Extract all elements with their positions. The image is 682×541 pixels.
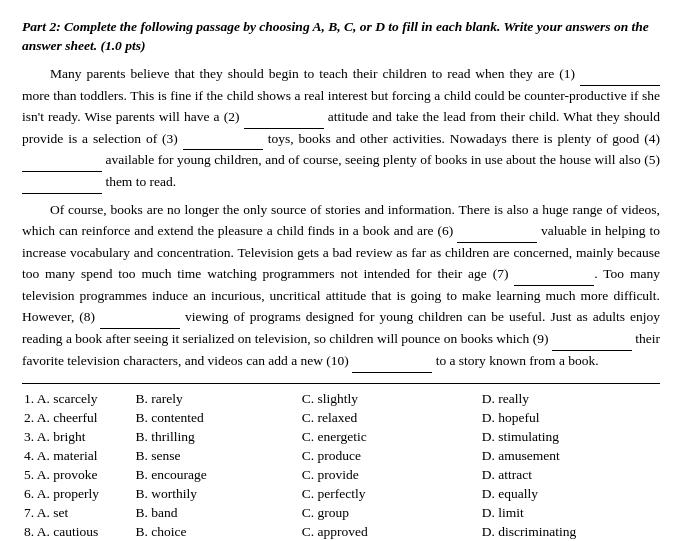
choice-c: C. energetic: [300, 428, 480, 447]
choice-c: C. group: [300, 504, 480, 523]
choice-num: 3. A. bright: [22, 428, 134, 447]
choice-num: 8. A. cautious: [22, 523, 134, 541]
choice-num: 7. A. set: [22, 504, 134, 523]
choice-num: 5. A. provoke: [22, 466, 134, 485]
choice-b: B. band: [134, 504, 300, 523]
choice-d: D. hopeful: [480, 409, 660, 428]
page-title: Part 2: Complete the following passage b…: [22, 18, 660, 56]
choice-num: 2. A. cheerful: [22, 409, 134, 428]
choice-d: D. discriminating: [480, 523, 660, 541]
choice-num: 4. A. material: [22, 447, 134, 466]
choice-d: D. attract: [480, 466, 660, 485]
paragraph-1: Many parents believe that they should be…: [22, 64, 660, 195]
choice-b: B. sense: [134, 447, 300, 466]
choice-c: C. provide: [300, 466, 480, 485]
choice-d: D. amusement: [480, 447, 660, 466]
choice-num: 1. A. scarcely: [22, 390, 134, 409]
choice-row: 4. A. materialB. senseC. produceD. amuse…: [22, 447, 660, 466]
choice-row: 3. A. brightB. thrillingC. energeticD. s…: [22, 428, 660, 447]
paragraph-2: Of course, books are no longer the only …: [22, 200, 660, 372]
choice-row: 6. A. properlyB. worthilyC. perfectlyD. …: [22, 485, 660, 504]
choice-row: 5. A. provokeB. encourageC. provideD. at…: [22, 466, 660, 485]
choice-num: 6. A. properly: [22, 485, 134, 504]
choices-section: 1. A. scarcelyB. rarelyC. slightlyD. rea…: [22, 383, 660, 541]
choice-d: D. equally: [480, 485, 660, 504]
choice-b: B. rarely: [134, 390, 300, 409]
choice-c: C. relaxed: [300, 409, 480, 428]
choice-c: C. perfectly: [300, 485, 480, 504]
choice-b: B. thrilling: [134, 428, 300, 447]
choice-b: B. contented: [134, 409, 300, 428]
choice-d: D. limit: [480, 504, 660, 523]
choices-table: 1. A. scarcelyB. rarelyC. slightlyD. rea…: [22, 390, 660, 541]
choice-row: 8. A. cautiousB. choiceC. approvedD. dis…: [22, 523, 660, 541]
choice-row: 7. A. setB. bandC. groupD. limit: [22, 504, 660, 523]
choice-c: C. produce: [300, 447, 480, 466]
choice-c: C. approved: [300, 523, 480, 541]
choice-b: B. worthily: [134, 485, 300, 504]
choice-row: 1. A. scarcelyB. rarelyC. slightlyD. rea…: [22, 390, 660, 409]
passage-body: Many parents believe that they should be…: [22, 64, 660, 373]
choice-b: B. encourage: [134, 466, 300, 485]
choice-d: D. really: [480, 390, 660, 409]
choice-d: D. stimulating: [480, 428, 660, 447]
choice-row: 2. A. cheerfulB. contentedC. relaxedD. h…: [22, 409, 660, 428]
choice-b: B. choice: [134, 523, 300, 541]
choice-c: C. slightly: [300, 390, 480, 409]
